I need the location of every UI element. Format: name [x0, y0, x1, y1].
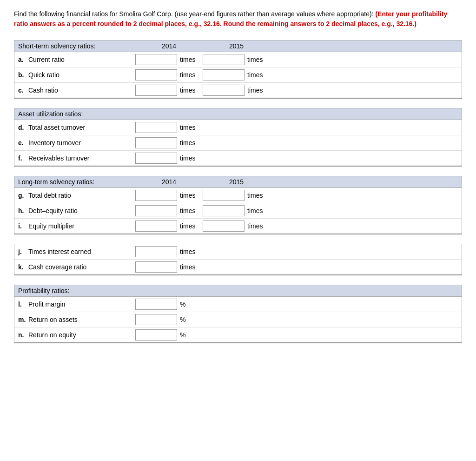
- row-text-g: Total debt ratio: [28, 192, 71, 199]
- input-g-2014[interactable]: [135, 190, 177, 201]
- unit-e: times: [180, 139, 195, 147]
- long-term-year1-label: 2014: [135, 178, 203, 186]
- row-label-n: n. Return on equity: [14, 331, 135, 339]
- unit-g-2014: times: [180, 192, 195, 199]
- short-term-header-label: Short-term solvency ratios:: [14, 42, 135, 50]
- row-text-i: Equity multiplier: [28, 222, 74, 230]
- unit-m: %: [180, 316, 185, 323]
- input-cell-d: times: [135, 122, 228, 133]
- input-i-2015[interactable]: [203, 220, 245, 232]
- row-letter-i: i.: [18, 222, 28, 230]
- input-cell-c-2014: times: [135, 85, 203, 96]
- input-cell-b-2014: times: [135, 69, 203, 80]
- input-n[interactable]: [135, 329, 177, 341]
- row-text-n: Return on equity: [28, 331, 76, 339]
- short-term-header-row: Short-term solvency ratios: 2014 2015: [14, 40, 462, 52]
- row-label-b: b. Quick ratio: [14, 71, 135, 79]
- unit-j: times: [180, 248, 195, 255]
- input-cell-m: %: [135, 314, 228, 325]
- intro-main: Find the following financial ratios for …: [14, 10, 374, 18]
- profitability-section: Profitability ratios: l. Profit margin %…: [14, 285, 462, 343]
- row-text-l: Profit margin: [28, 301, 65, 308]
- input-cell-j: times: [135, 246, 228, 257]
- coverage-section: j. Times interest earned times k. Cash c…: [14, 244, 462, 275]
- row-label-l: l. Profit margin: [14, 301, 135, 308]
- input-e[interactable]: [135, 137, 177, 148]
- row-letter-h: h.: [18, 207, 28, 214]
- input-cell-a-2014: times: [135, 54, 203, 65]
- input-c-2015[interactable]: [203, 85, 245, 96]
- row-label-d: d. Total asset turnover: [14, 124, 135, 131]
- row-text-d: Total asset turnover: [28, 124, 85, 131]
- table-row: d. Total asset turnover times: [14, 120, 462, 135]
- unit-l: %: [180, 301, 185, 308]
- long-term-header-label: Long-term solvency ratios:: [14, 178, 135, 186]
- short-term-year2-label: 2015: [203, 42, 270, 50]
- input-k[interactable]: [135, 261, 177, 273]
- row-label-e: e. Inventory turnover: [14, 139, 135, 147]
- row-text-f: Receivables turnover: [28, 154, 90, 162]
- unit-n: %: [180, 331, 185, 339]
- unit-h-2014: times: [180, 207, 195, 214]
- input-g-2015[interactable]: [203, 190, 245, 201]
- table-row: j. Times interest earned times: [14, 244, 462, 260]
- input-a-2015[interactable]: [203, 54, 245, 65]
- input-d[interactable]: [135, 122, 177, 133]
- input-cell-l: %: [135, 299, 228, 310]
- input-h-2015[interactable]: [203, 205, 245, 216]
- input-j[interactable]: [135, 246, 177, 257]
- input-h-2014[interactable]: [135, 205, 177, 216]
- input-f[interactable]: [135, 153, 177, 164]
- row-text-k: Cash coverage ratio: [28, 263, 86, 271]
- table-row: a. Current ratio times times: [14, 52, 462, 67]
- row-letter-f: f.: [18, 154, 28, 162]
- input-cell-g-2014: times: [135, 190, 203, 201]
- input-cell-i-2015: times: [203, 220, 270, 232]
- input-c-2014[interactable]: [135, 85, 177, 96]
- row-text-m: Return on assets: [28, 316, 78, 323]
- short-term-year1-label: 2014: [135, 42, 203, 50]
- intro-paragraph: Find the following financial ratios for …: [14, 9, 462, 29]
- row-letter-m: m.: [18, 316, 28, 323]
- input-m[interactable]: [135, 314, 177, 325]
- input-cell-b-2015: times: [203, 69, 270, 80]
- input-cell-k: times: [135, 261, 228, 273]
- table-row: k. Cash coverage ratio times: [14, 260, 462, 274]
- input-cell-c-2015: times: [203, 85, 270, 96]
- row-label-c: c. Cash ratio: [14, 87, 135, 94]
- input-b-2014[interactable]: [135, 69, 177, 80]
- input-a-2014[interactable]: [135, 54, 177, 65]
- row-label-k: k. Cash coverage ratio: [14, 263, 135, 271]
- long-term-year2-label: 2015: [203, 178, 270, 186]
- unit-b-2015: times: [247, 71, 263, 79]
- short-term-section: Short-term solvency ratios: 2014 2015 a.…: [14, 40, 462, 99]
- row-letter-l: l.: [18, 301, 28, 308]
- row-letter-d: d.: [18, 124, 28, 131]
- row-letter-e: e.: [18, 139, 28, 147]
- row-text-c: Cash ratio: [28, 87, 58, 94]
- input-cell-i-2014: times: [135, 220, 203, 232]
- row-label-h: h. Debt–equity ratio: [14, 207, 135, 214]
- unit-a-2014: times: [180, 56, 195, 63]
- input-i-2014[interactable]: [135, 220, 177, 232]
- input-l[interactable]: [135, 299, 177, 310]
- table-row: f. Receivables turnover times: [14, 151, 462, 166]
- row-text-h: Debt–equity ratio: [28, 207, 78, 214]
- long-term-header-row: Long-term solvency ratios: 2014 2015: [14, 176, 462, 188]
- row-letter-j: j.: [18, 248, 28, 255]
- input-cell-h-2014: times: [135, 205, 203, 216]
- profitability-header: Profitability ratios:: [14, 285, 462, 297]
- unit-i-2015: times: [247, 222, 263, 230]
- unit-i-2014: times: [180, 222, 195, 230]
- input-cell-g-2015: times: [203, 190, 270, 201]
- table-row: i. Equity multiplier times times: [14, 219, 462, 234]
- input-cell-a-2015: times: [203, 54, 270, 65]
- asset-utilization-header: Asset utilization ratios:: [14, 108, 462, 120]
- asset-utilization-section: Asset utilization ratios: d. Total asset…: [14, 108, 462, 167]
- row-letter-c: c.: [18, 87, 28, 94]
- row-label-m: m. Return on assets: [14, 316, 135, 323]
- input-b-2015[interactable]: [203, 69, 245, 80]
- unit-c-2015: times: [247, 87, 263, 94]
- row-label-i: i. Equity multiplier: [14, 222, 135, 230]
- unit-d: times: [180, 124, 195, 131]
